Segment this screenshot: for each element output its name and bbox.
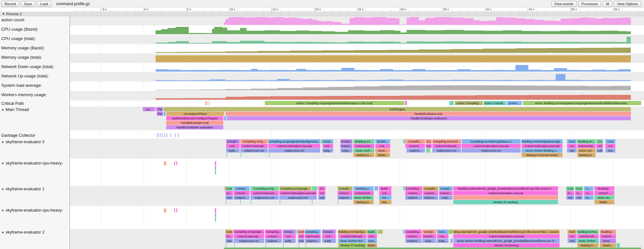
trace-event[interactable]: Com — [568, 230, 577, 234]
trace-event[interactable]: ParallelEvaluator.eval — [226, 112, 631, 116]
trace-event[interactable]: Building external/com_google_protobuf/ja… — [453, 230, 560, 234]
trace-event[interactable]: Building src... — [577, 139, 596, 144]
trace-event[interactable] — [449, 230, 453, 234]
trace-event[interactable] — [166, 161, 166, 165]
trace-event[interactable]: Building s... — [353, 186, 374, 191]
trace-event[interactable] — [215, 208, 216, 213]
trace-event[interactable]: Acti... — [375, 144, 390, 148]
trace-event[interactable]: ActionC... — [594, 191, 614, 195]
trace-event[interactable] — [305, 243, 306, 247]
trace-event[interactable]: Waiting to... — [577, 153, 596, 157]
trace-event[interactable]: Compiling src/google... — [234, 230, 264, 234]
trace-event[interactable]: Javac worker... — [577, 239, 599, 243]
trace-event[interactable]: Compiling... — [265, 230, 282, 234]
trace-event[interactable] — [215, 213, 216, 217]
trace-event[interactable] — [338, 200, 338, 204]
trace-event[interactable]: Compilin... — [405, 139, 425, 144]
counter-chart-system-load-average[interactable] — [0, 82, 644, 91]
trace-event[interactable]: ActionContinuati... — [338, 234, 367, 238]
trace-event[interactable]: ActionConti... — [353, 191, 374, 195]
trace-event[interactable]: su... — [584, 195, 593, 200]
trace-event[interactable]: Ac... — [226, 234, 233, 238]
trace-event[interactable]: Javac wo... — [594, 195, 614, 200]
trace-event[interactable]: Javac wor... — [577, 148, 596, 153]
counter-chart-action-count[interactable] — [0, 16, 644, 25]
trace-event[interactable]: Compil... — [234, 186, 250, 191]
trace-event[interactable]: ActionC... — [405, 191, 422, 195]
trace-event[interactable]: sub — [226, 195, 233, 200]
trace-event[interactable]: subp... — [322, 148, 333, 153]
trace-event[interactable]: Javac worker... — [353, 195, 374, 200]
trace-event[interactable]: ActionContinuation.execute — [522, 144, 562, 148]
trace-event[interactable]: Com — [575, 186, 583, 191]
trace-event[interactable]: Buildi... — [367, 230, 377, 234]
trace-event[interactable] — [403, 186, 405, 191]
trace-event[interactable]: Compiling src/google... — [279, 186, 311, 191]
trace-event[interactable]: Act — [298, 234, 304, 238]
trace-event[interactable]: action 'Building src/main/java/com/googl… — [523, 101, 641, 105]
timeline-ruler[interactable]: -5 s0 s5 s10 s15 s20 s25 s30 s35 s40 s45… — [70, 8, 644, 12]
trace-event[interactable]: subprocess.run — [432, 148, 461, 153]
trace-event[interactable]: Javac worker Building s... — [522, 148, 562, 153]
trace-event[interactable]: ActionConti... — [577, 234, 599, 238]
trace-event[interactable] — [165, 133, 165, 137]
trace-event[interactable] — [215, 217, 216, 222]
trace-event[interactable]: Javac... — [375, 148, 390, 153]
trace-event[interactable]: Act — [567, 144, 577, 148]
trace-event[interactable]: Jav... — [379, 195, 391, 200]
trace-event[interactable] — [226, 243, 226, 247]
trace-event[interactable]: buildTargets — [164, 107, 631, 111]
trace-event[interactable]: sub — [318, 195, 325, 200]
trace-event[interactable]: Com... — [437, 230, 448, 234]
trace-event[interactable]: sub — [567, 148, 577, 153]
trace-event[interactable]: ActionC... — [600, 234, 616, 238]
trace-event[interactable] — [157, 133, 158, 137]
trace-event[interactable]: Ac... — [584, 191, 593, 195]
trace-event[interactable] — [215, 166, 216, 170]
trace-event[interactable]: Compil... — [341, 139, 352, 144]
trace-event[interactable]: Acti... — [367, 234, 377, 238]
trace-event[interactable] — [156, 107, 157, 111]
trace-event[interactable]: Acti... — [379, 191, 391, 195]
trace-event[interactable]: subprocess.run — [240, 148, 268, 153]
trace-event[interactable]: Building src/main/jav... — [338, 230, 367, 234]
trace-event[interactable] — [174, 208, 175, 213]
counter-chart-network-up[interactable] — [0, 72, 644, 82]
trace-event[interactable]: Worker #7 working — [338, 243, 367, 247]
trace-event[interactable] — [251, 200, 252, 204]
trace-event[interactable] — [226, 200, 226, 204]
record-button[interactable]: Record — [1, 1, 19, 7]
trace-event[interactable]: Ac... — [226, 191, 233, 195]
trace-event[interactable]: Acti... — [226, 144, 240, 148]
trace-event[interactable]: subp... — [283, 239, 296, 243]
load-button[interactable]: Load — [37, 1, 51, 7]
trace-event[interactable]: sub — [596, 148, 603, 153]
trace-event[interactable]: ActionContinuati... — [234, 234, 264, 238]
trace-event[interactable] — [283, 243, 284, 247]
trace-event[interactable]: ActionConti... — [353, 144, 374, 148]
trace-event[interactable]: subp... — [422, 239, 436, 243]
trace-event[interactable]: Waitin... — [594, 200, 614, 204]
trace-event[interactable]: subproc... — [338, 195, 352, 200]
trace-event[interactable]: subprocess.run — [462, 148, 521, 153]
metadata-button[interactable]: M — [603, 1, 612, 7]
trace-event[interactable]: Ac... — [566, 191, 574, 195]
trace-event[interactable]: Compil... — [439, 186, 453, 191]
trace-event[interactable]: Compiling... — [405, 230, 422, 234]
trace-event[interactable] — [176, 208, 177, 213]
trace-event[interactable]: Building... — [594, 186, 614, 191]
counter-chart-memory-usage-bazel[interactable] — [0, 44, 644, 54]
trace-event[interactable] — [312, 186, 317, 191]
trace-event[interactable]: Compili... — [338, 186, 352, 191]
trace-event[interactable]: ParallelEvaluator.eval — [166, 121, 223, 125]
trace-event[interactable] — [378, 230, 383, 234]
trace-event[interactable]: Waiting to... — [353, 153, 374, 157]
trace-event[interactable] — [160, 133, 161, 137]
trace-event[interactable]: ActionContinuati... — [432, 144, 461, 148]
process-1-header[interactable]: ▼ Process 1 — [0, 12, 644, 16]
trace-event[interactable]: Wai... — [379, 200, 391, 204]
trace-event[interactable]: Building src/ma... — [577, 230, 599, 234]
trace-event[interactable]: Parallel Evaluator evaluation — [166, 125, 223, 129]
track-label-garbage-collector[interactable]: Garbage Collector — [1, 133, 35, 138]
trace-event[interactable]: Compil... — [422, 230, 436, 234]
